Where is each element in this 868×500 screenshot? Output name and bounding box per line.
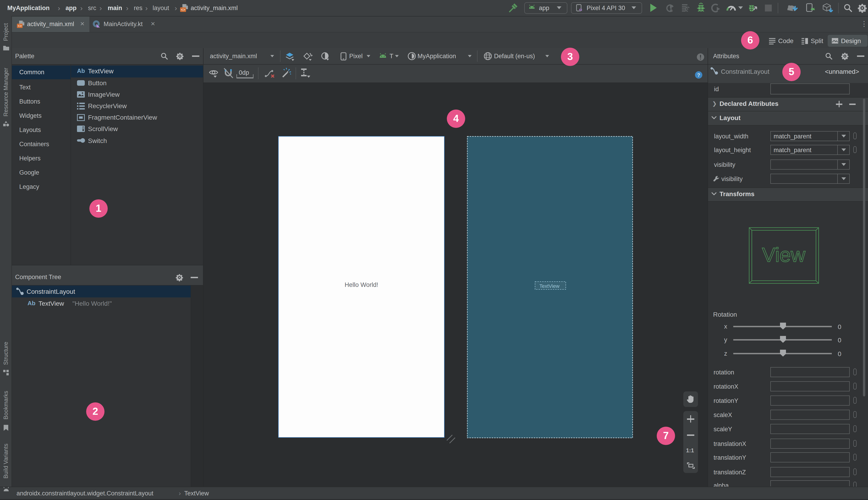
svg-text:View: View — [762, 243, 806, 266]
svg-text:A: A — [670, 7, 673, 12]
svg-text:<>: <> — [18, 24, 22, 28]
svg-text:<>: <> — [181, 8, 185, 12]
svg-text:?: ? — [697, 72, 700, 78]
